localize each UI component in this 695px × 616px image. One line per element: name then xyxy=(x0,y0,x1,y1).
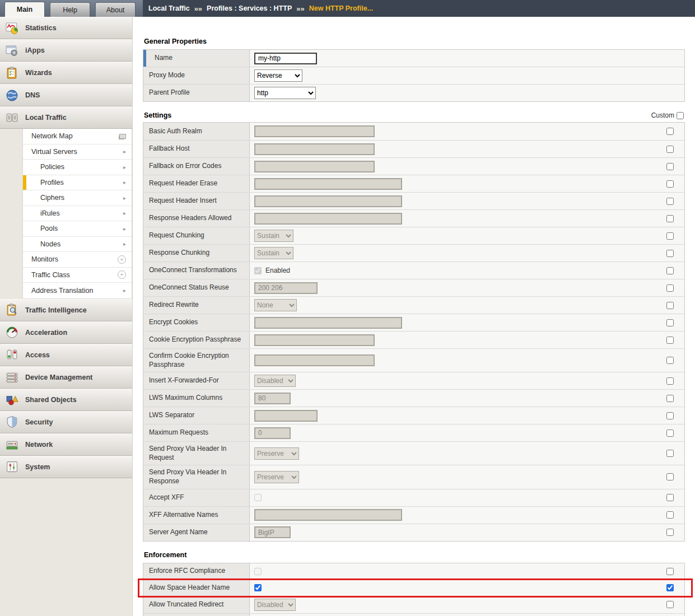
custom-checkbox[interactable] xyxy=(666,568,674,575)
tab-help[interactable]: Help xyxy=(50,2,90,17)
request-header-insert-input xyxy=(254,195,402,207)
custom-checkbox[interactable] xyxy=(666,163,674,170)
custom-checkbox[interactable] xyxy=(666,377,674,385)
add-icon[interactable]: + xyxy=(118,255,126,264)
allow-space-header-name-checkbox[interactable] xyxy=(254,584,262,591)
row-label-text: Send Proxy Via Header In Request xyxy=(149,445,245,462)
breadcrumb-item-local-traffic[interactable]: Local Traffic xyxy=(148,4,190,12)
submenu-item-virtual-servers[interactable]: Virtual Servers▸ xyxy=(23,144,132,160)
custom-checkbox[interactable] xyxy=(666,319,674,326)
sidebar-item-local-traffic[interactable]: Local Traffic xyxy=(0,106,132,129)
traffic-intelligence-icon xyxy=(5,304,18,317)
custom-checkbox[interactable] xyxy=(666,430,674,437)
row-label: OneConnect Status Reuse xyxy=(143,279,250,296)
settings-row-send-proxy-via-header-in-request: Send Proxy Via Header In RequestPreserve xyxy=(143,441,684,465)
submenu-item-nodes[interactable]: Nodes▸ xyxy=(23,237,132,253)
sidebar-item-security[interactable]: Security xyxy=(0,411,132,433)
row-label: Confirm Cookie Encryption Passphrase xyxy=(143,349,250,372)
row-label-text: Response Headers Allowed xyxy=(149,214,231,223)
row-value xyxy=(250,489,666,506)
custom-master-checkbox[interactable] xyxy=(677,112,684,119)
custom-checkbox[interactable] xyxy=(666,146,674,153)
fallback-host-input xyxy=(254,143,375,155)
submenu-item-irules[interactable]: iRules▸ xyxy=(23,206,132,222)
sidebar-item-traffic-intelligence[interactable]: Traffic Intelligence xyxy=(0,299,132,321)
custom-checkbox[interactable] xyxy=(666,180,674,188)
breadcrumb-item-profiles-services-http[interactable]: Profiles : Services : HTTP xyxy=(207,4,292,12)
add-icon[interactable]: + xyxy=(118,270,126,279)
submenu-item-profiles[interactable]: Profiles▸ xyxy=(23,175,132,191)
row-value xyxy=(250,424,666,441)
sidebar-item-acceleration[interactable]: Acceleration xyxy=(0,321,132,344)
redirect-rewrite-select: None xyxy=(254,299,297,311)
breadcrumb-separator: »» xyxy=(194,4,202,13)
settings-row-fallback-on-error-codes: Fallback on Error Codes xyxy=(143,157,684,175)
row-label: Fallback on Error Codes xyxy=(143,158,250,175)
sidebar-item-label: Statistics xyxy=(25,24,57,32)
insert-x-forwarded-for-select: Disabled xyxy=(254,375,296,387)
custom-checkbox[interactable] xyxy=(666,302,674,309)
submenu-item-ciphers[interactable]: Ciphers▸ xyxy=(23,190,132,206)
sidebar-item-label: Local Traffic xyxy=(25,114,67,122)
main-content: General Properties NameProxy ModeReverse… xyxy=(143,17,685,616)
row-label-text: Cookie Encryption Passphrase xyxy=(149,335,241,344)
custom-checkbox[interactable] xyxy=(666,529,674,536)
row-label: LWS Maximum Columns xyxy=(143,390,250,407)
sidebar-item-iapps[interactable]: iApps xyxy=(0,39,132,62)
settings-row-redirect-rewrite: Redirect RewriteNone xyxy=(143,296,684,314)
sidebar-item-shared-objects[interactable]: Shared Objects xyxy=(0,389,132,411)
custom-checkbox[interactable] xyxy=(666,198,674,205)
row-label-text: Allow Truncated Redirect xyxy=(149,600,223,609)
custom-checkbox[interactable] xyxy=(666,450,674,457)
proxy-mode-select[interactable]: Reverse xyxy=(254,69,302,82)
custom-checkbox[interactable] xyxy=(666,601,674,608)
custom-checkbox[interactable] xyxy=(666,128,674,135)
submenu-item-monitors[interactable]: Monitors+ xyxy=(23,252,132,268)
row-value xyxy=(250,507,666,524)
breadcrumb-item-new-http-profile[interactable]: New HTTP Profile... xyxy=(309,4,373,12)
custom-checkbox[interactable] xyxy=(666,584,674,591)
sidebar-item-network[interactable]: Network xyxy=(0,433,132,456)
submenu-item-network-map[interactable]: Network Map xyxy=(23,129,132,144)
general-properties-table: NameProxy ModeReverseParent Profilehttp xyxy=(143,49,685,102)
row-label-text: Fallback Host xyxy=(149,144,190,153)
iapps-icon xyxy=(5,44,18,57)
submenu-item-address-translation[interactable]: Address Translation▸ xyxy=(23,283,132,298)
row-label: Allow Truncated Redirect xyxy=(143,596,250,613)
sidebar-item-dns[interactable]: DNS xyxy=(0,84,132,106)
custom-checkbox[interactable] xyxy=(666,250,674,257)
custom-checkbox[interactable] xyxy=(666,511,674,519)
custom-checkbox[interactable] xyxy=(666,412,674,419)
sidebar-item-device-management[interactable]: Device Management xyxy=(0,366,132,389)
tab-about[interactable]: About xyxy=(95,2,136,17)
submenu-item-label: Pools xyxy=(40,225,123,232)
submenu-item-traffic-class[interactable]: Traffic Class+ xyxy=(23,268,132,283)
custom-checkbox[interactable] xyxy=(666,215,674,222)
custom-checkbox[interactable] xyxy=(666,267,674,274)
row-label-text: Maximum Requests xyxy=(149,428,208,437)
row-value xyxy=(250,175,666,192)
section-title-settings: Settings xyxy=(144,111,171,119)
submenu-item-policies[interactable]: Policies▸ xyxy=(23,160,132,175)
submenu-item-pools[interactable]: Pools▸ xyxy=(23,221,132,237)
custom-checkbox[interactable] xyxy=(666,473,674,480)
tab-main[interactable]: Main xyxy=(4,2,45,17)
parent-profile-select[interactable]: http xyxy=(254,87,316,99)
custom-cell xyxy=(666,372,684,389)
access-icon xyxy=(5,348,18,362)
name-input[interactable] xyxy=(254,53,317,64)
custom-checkbox[interactable] xyxy=(666,337,674,344)
row-value xyxy=(250,141,666,157)
oneconnect-transformations-checkbox xyxy=(254,267,262,274)
custom-checkbox[interactable] xyxy=(666,494,674,501)
custom-checkbox[interactable] xyxy=(666,395,674,402)
submenu-item-label: Policies xyxy=(40,163,123,171)
sidebar-item-statistics[interactable]: Statistics xyxy=(0,17,132,39)
custom-checkbox[interactable] xyxy=(666,357,674,364)
custom-checkbox[interactable] xyxy=(666,284,674,292)
sidebar-item-system[interactable]: System xyxy=(0,456,132,478)
custom-checkbox[interactable] xyxy=(666,232,674,240)
sidebar-item-wizards[interactable]: Wizards xyxy=(0,62,132,84)
sidebar-item-access[interactable]: Access xyxy=(0,344,132,366)
custom-cell xyxy=(666,442,684,465)
